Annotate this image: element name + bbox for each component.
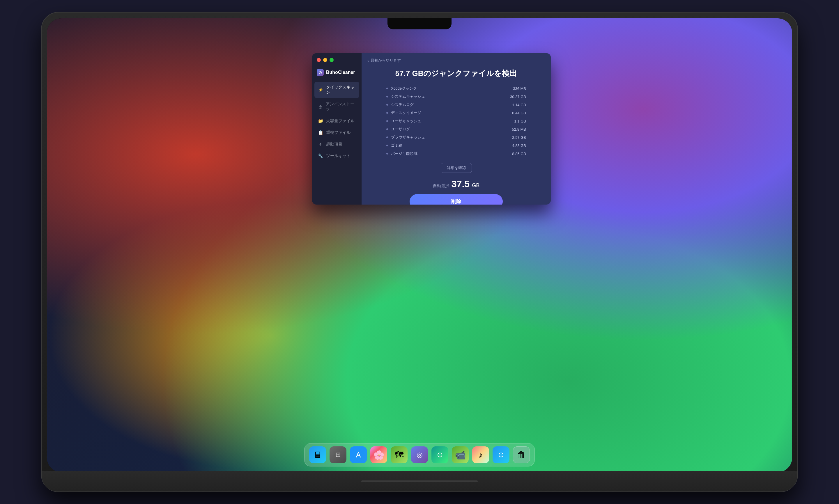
- dock-maps[interactable]: 🗺: [391, 446, 408, 463]
- result-left: システムキャッシュ: [386, 94, 425, 99]
- app-name: BuhoCleaner: [326, 70, 355, 75]
- trash-icon: 🗑: [517, 450, 526, 460]
- laptop-shell: ◎ BuhoCleaner ⚡ クイックスキャン 🗑 アンインストーラ: [41, 12, 798, 492]
- back-chevron-icon: ‹: [368, 58, 369, 63]
- facetime-icon: 📹: [455, 450, 466, 460]
- finder-icon: 🖥: [313, 450, 322, 460]
- back-label: 最初からやり直す: [371, 58, 401, 63]
- photos-icon: 🌸: [374, 450, 384, 460]
- result-size: 4.83 GB: [503, 143, 526, 148]
- result-row: システムキャッシュ 30.37 GB: [386, 92, 526, 101]
- sidebar-item-large-files[interactable]: 📁 大容量ファイル: [315, 115, 359, 127]
- maximize-button[interactable]: [329, 58, 334, 62]
- toolkit-label: ツールキット: [326, 154, 351, 159]
- laptop-bottom: [42, 471, 797, 491]
- auto-select-row: 自動選択 37.5 GB: [433, 179, 480, 190]
- result-dot: [386, 137, 388, 138]
- large-files-icon: 📁: [318, 119, 323, 124]
- appstore-icon: A: [356, 450, 361, 460]
- result-left: パージ可能領域: [386, 151, 417, 156]
- delete-button[interactable]: 削除: [410, 194, 503, 204]
- result-label: ディスクイメージ: [391, 110, 421, 115]
- touchretouch-icon: ⊙: [437, 451, 443, 459]
- buho-icon: ◎: [416, 451, 423, 459]
- large-files-label: 大容量ファイル: [326, 119, 355, 124]
- result-label: システムキャッシュ: [391, 94, 425, 99]
- trackpad-notch: [361, 481, 478, 482]
- duplicate-files-label: 重複ファイル: [326, 130, 351, 135]
- sidebar-item-startup[interactable]: ✈ 起動項目: [315, 139, 359, 150]
- result-size: 52.8 MB: [503, 127, 526, 131]
- dock-photos[interactable]: 🌸: [370, 446, 387, 463]
- result-size: 1.14 GB: [503, 103, 526, 107]
- launchpad-icon: ⊞: [335, 451, 341, 458]
- dock-facetime[interactable]: 📹: [452, 446, 469, 463]
- startup-label: 起動項目: [326, 142, 342, 147]
- dock-music[interactable]: ♪: [472, 446, 489, 463]
- result-row: Xcodeジャンク 336 MB: [386, 84, 526, 92]
- result-row: システムログ 1.14 GB: [386, 101, 526, 109]
- maps-icon: 🗺: [395, 450, 404, 460]
- minimize-button[interactable]: [323, 58, 327, 62]
- result-dot: [386, 88, 388, 89]
- dock-safari[interactable]: ⊙: [493, 446, 510, 463]
- sidebar-nav: ⚡ クイックスキャン 🗑 アンインストーラ 📁 大容量ファイル 📋: [312, 82, 361, 162]
- notch: [388, 18, 451, 30]
- result-dot: [386, 104, 388, 106]
- dock-launchpad[interactable]: ⊞: [329, 446, 346, 463]
- result-dot: [386, 153, 388, 155]
- startup-icon: ✈: [318, 142, 323, 147]
- main-content: ‹ 最初からやり直す 57.7 GBのジャンクファイルを検出 Xcodeジャンク: [361, 53, 551, 204]
- result-label: ゴミ箱: [391, 143, 402, 148]
- result-label: パージ可能領域: [391, 151, 417, 156]
- result-row: ディスクイメージ 8.44 GB: [386, 109, 526, 117]
- result-size: 336 MB: [503, 86, 526, 91]
- result-left: ディスクイメージ: [386, 110, 421, 115]
- auto-select-size: 37.5: [451, 179, 469, 190]
- details-button[interactable]: 詳細を確認: [441, 163, 472, 173]
- result-dot: [386, 128, 388, 130]
- auto-select-label: 自動選択: [433, 183, 449, 188]
- result-row: ブラウザキャッシュ 2.57 GB: [386, 133, 526, 141]
- dock-buho[interactable]: ◎: [411, 446, 428, 463]
- scan-title: 57.7 GBのジャンクファイルを検出: [395, 68, 517, 78]
- sidebar-item-uninstaller[interactable]: 🗑 アンインストーラ: [315, 98, 359, 115]
- result-left: ブラウザキャッシュ: [386, 135, 425, 140]
- scan-results: 57.7 GBのジャンクファイルを検出 Xcodeジャンク 336 MB: [361, 66, 551, 204]
- close-button[interactable]: [317, 58, 321, 62]
- result-left: ユーザキャッシュ: [386, 119, 421, 124]
- result-row: パージ可能領域 8.85 GB: [386, 149, 526, 158]
- dock-finder[interactable]: 🖥: [309, 446, 326, 463]
- sidebar: ◎ BuhoCleaner ⚡ クイックスキャン 🗑 アンインストーラ: [312, 53, 361, 204]
- sidebar-item-quick-scan[interactable]: ⚡ クイックスキャン: [315, 82, 359, 98]
- app-window: ◎ BuhoCleaner ⚡ クイックスキャン 🗑 アンインストーラ: [312, 53, 551, 204]
- dock-trash[interactable]: 🗑: [513, 446, 530, 463]
- dock-appstore[interactable]: A: [350, 446, 367, 463]
- result-label: ブラウザキャッシュ: [391, 135, 425, 140]
- result-label: Xcodeジャンク: [391, 86, 417, 91]
- result-size: 2.57 GB: [503, 135, 526, 140]
- result-row: ユーザキャッシュ 1.1 GB: [386, 117, 526, 125]
- toolkit-icon: 🔧: [318, 154, 323, 159]
- result-dot: [386, 112, 388, 114]
- back-button[interactable]: ‹ 最初からやり直す: [361, 53, 551, 66]
- sidebar-item-duplicate-files[interactable]: 📋 重複ファイル: [315, 127, 359, 138]
- result-size: 30.37 GB: [503, 94, 526, 99]
- logo-icon: ◎: [317, 69, 324, 76]
- result-size: 1.1 GB: [503, 119, 526, 123]
- result-left: ユーザログ: [386, 127, 410, 132]
- result-dot: [386, 120, 388, 122]
- result-left: システムログ: [386, 102, 414, 107]
- result-size: 8.44 GB: [503, 111, 526, 115]
- sidebar-item-toolkit[interactable]: 🔧 ツールキット: [315, 150, 359, 162]
- result-label: ユーザログ: [391, 127, 410, 132]
- result-left: Xcodeジャンク: [386, 86, 417, 91]
- result-dot: [386, 145, 388, 146]
- result-row: ゴミ箱 4.83 GB: [386, 141, 526, 149]
- dock: 🖥 ⊞ A 🌸 🗺 ◎ ⊙: [304, 443, 535, 466]
- screen-bezel: ◎ BuhoCleaner ⚡ クイックスキャン 🗑 アンインストーラ: [47, 18, 792, 472]
- dock-touchretouch[interactable]: ⊙: [431, 446, 448, 463]
- auto-select-unit: GB: [472, 182, 480, 188]
- uninstaller-label: アンインストーラ: [326, 102, 356, 112]
- result-left: ゴミ箱: [386, 143, 402, 148]
